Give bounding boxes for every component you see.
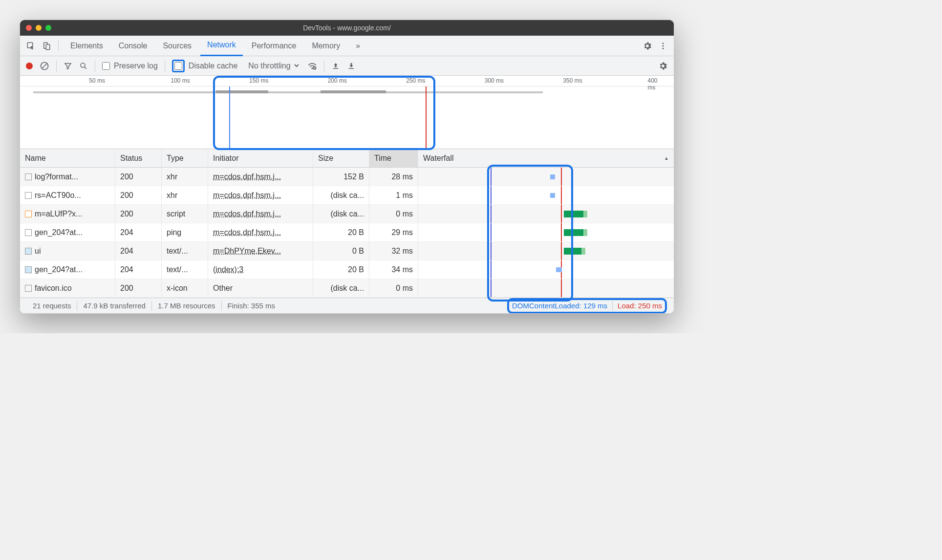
col-status[interactable]: Status xyxy=(115,149,162,167)
initiator-link[interactable]: (index):3 xyxy=(213,265,243,274)
cell-size: 20 B xyxy=(313,260,369,279)
tab-elements[interactable]: Elements xyxy=(64,36,110,56)
resource-type-icon xyxy=(25,211,32,217)
preserve-log-input[interactable] xyxy=(102,62,110,70)
col-initiator[interactable]: Initiator xyxy=(208,149,313,167)
request-name: ui xyxy=(35,247,41,256)
close-button[interactable] xyxy=(26,25,32,31)
overview-pane[interactable]: 50 ms 100 ms 150 ms 200 ms 250 ms 300 ms… xyxy=(20,76,674,149)
table-row[interactable]: rs=ACT90o... 200 xhr m=cdos,dpf,hsm,j...… xyxy=(20,186,674,205)
resource-type-icon xyxy=(25,229,32,236)
cell-name: log?format... xyxy=(20,168,115,186)
cell-name: ui xyxy=(20,242,115,260)
cell-name: favicon.ico xyxy=(20,279,115,297)
tab-console[interactable]: Console xyxy=(112,36,154,56)
col-name[interactable]: Name xyxy=(20,149,115,167)
minimize-button[interactable] xyxy=(36,25,42,31)
record-button[interactable] xyxy=(26,63,33,69)
disable-cache-input[interactable] xyxy=(174,62,182,70)
initiator-link[interactable]: m=cdos,dpf,hsm,j... xyxy=(213,210,281,218)
kebab-menu-icon[interactable] xyxy=(656,39,670,53)
status-load: Load: 250 ms xyxy=(618,302,662,310)
settings-icon[interactable] xyxy=(641,39,654,53)
overview-body[interactable] xyxy=(20,86,674,149)
throttling-select[interactable]: No throttling xyxy=(244,60,300,71)
highlight-box xyxy=(172,60,185,72)
cell-status: 200 xyxy=(115,186,162,204)
tick: 50 ms xyxy=(89,77,105,84)
disable-cache-label: Disable cache xyxy=(189,62,238,70)
status-dcl: DOMContentLoaded: 129 ms xyxy=(512,302,607,310)
request-name: favicon.ico xyxy=(35,284,72,293)
resource-type-icon xyxy=(25,248,32,255)
maximize-button[interactable] xyxy=(45,25,51,31)
cell-initiator: m=cdos,dpf,hsm,j... xyxy=(208,223,313,241)
highlight-waterfall xyxy=(487,165,573,302)
cell-initiator: (index):3 xyxy=(208,260,313,279)
resource-type-icon xyxy=(25,285,32,292)
cell-size: 152 B xyxy=(313,168,369,186)
request-name: rs=ACT90o... xyxy=(35,191,81,200)
cell-type: ping xyxy=(162,223,208,241)
cell-name: rs=ACT90o... xyxy=(20,186,115,204)
search-icon[interactable] xyxy=(79,62,88,70)
divider xyxy=(612,301,613,311)
tab-more[interactable]: » xyxy=(349,36,367,56)
filter-icon[interactable] xyxy=(64,62,72,70)
table-row[interactable]: gen_204?at... 204 ping m=cdos,dpf,hsm,j.… xyxy=(20,223,674,242)
tab-network[interactable]: Network xyxy=(200,36,243,56)
tab-sources[interactable]: Sources xyxy=(156,36,198,56)
request-name: m=aLUfP?x... xyxy=(35,210,82,218)
traffic-lights xyxy=(26,25,51,31)
cell-time: 29 ms xyxy=(369,223,418,241)
cell-initiator: m=cdos,dpf,hsm,j... xyxy=(208,205,313,223)
disable-cache-checkbox[interactable]: Disable cache xyxy=(172,60,238,72)
tick: 300 ms xyxy=(485,77,504,84)
clear-icon[interactable] xyxy=(40,61,49,71)
initiator-text: Other xyxy=(213,284,233,293)
col-size[interactable]: Size xyxy=(313,149,369,167)
cell-status: 200 xyxy=(115,205,162,223)
resource-type-icon xyxy=(25,173,32,180)
divider xyxy=(95,61,95,71)
svg-point-5 xyxy=(663,47,664,49)
request-name: gen_204?at... xyxy=(35,265,83,274)
table-row[interactable]: m=aLUfP?x... 200 script m=cdos,dpf,hsm,j… xyxy=(20,205,674,223)
col-type[interactable]: Type xyxy=(162,149,208,167)
devtools-window: DevTools - www.google.com/ Elements Cons… xyxy=(20,20,674,314)
cell-type: xhr xyxy=(162,186,208,204)
cell-status: 200 xyxy=(115,279,162,297)
cell-time: 1 ms xyxy=(369,186,418,204)
tab-performance[interactable]: Performance xyxy=(245,36,303,56)
divider xyxy=(56,61,57,71)
network-conditions-icon[interactable] xyxy=(307,61,317,71)
highlight-overview xyxy=(213,76,435,150)
cell-time: 32 ms xyxy=(369,242,418,260)
download-har-icon[interactable] xyxy=(347,62,356,70)
cell-name: gen_204?at... xyxy=(20,223,115,241)
initiator-link[interactable]: m=cdos,dpf,hsm,j... xyxy=(213,228,281,237)
col-time[interactable]: Time xyxy=(369,149,418,167)
table-row[interactable]: favicon.ico 200 x-icon Other (disk ca...… xyxy=(20,279,674,298)
cell-initiator: Other xyxy=(208,279,313,297)
waterfall-label: Waterfall xyxy=(423,154,454,163)
divider xyxy=(165,61,165,71)
initiator-link[interactable]: m=DhPYme,Ekev... xyxy=(213,247,281,256)
network-toolbar: Preserve log Disable cache No throttling xyxy=(20,56,674,76)
initiator-link[interactable]: m=cdos,dpf,hsm,j... xyxy=(213,172,281,181)
svg-point-3 xyxy=(663,43,664,44)
sort-indicator-icon: ▲ xyxy=(664,155,669,161)
network-settings-icon[interactable] xyxy=(658,61,668,71)
svg-line-7 xyxy=(42,64,47,68)
device-toolbar-icon[interactable] xyxy=(40,39,53,53)
table-row[interactable]: gen_204?at... 204 text/... (index):3 20 … xyxy=(20,260,674,279)
tab-memory[interactable]: Memory xyxy=(305,36,347,56)
initiator-link[interactable]: m=cdos,dpf,hsm,j... xyxy=(213,191,281,200)
tick: 350 ms xyxy=(563,77,582,84)
table-row[interactable]: log?format... 200 xhr m=cdos,dpf,hsm,j..… xyxy=(20,168,674,186)
inspect-element-icon[interactable] xyxy=(24,39,38,53)
upload-har-icon[interactable] xyxy=(331,62,340,70)
divider xyxy=(58,41,59,51)
preserve-log-checkbox[interactable]: Preserve log xyxy=(102,62,158,70)
table-row[interactable]: ui 204 text/... m=DhPYme,Ekev... 0 B 32 … xyxy=(20,242,674,260)
